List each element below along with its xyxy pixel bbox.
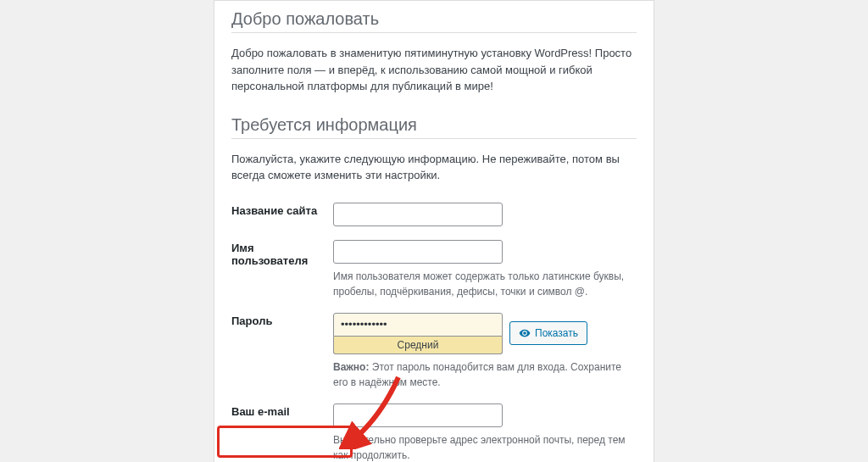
welcome-heading: Добро пожаловать — [231, 1, 637, 33]
info-intro: Пожалуйста, укажите следующую информацию… — [231, 151, 637, 184]
site-title-label: Название сайта — [231, 196, 333, 233]
username-input[interactable] — [333, 240, 503, 264]
form-table: Название сайта Имя пользователя Имя поль… — [231, 196, 637, 463]
site-title-input[interactable] — [333, 203, 503, 226]
email-hint: Внимательно проверьте адрес электронной … — [333, 432, 637, 462]
email-input[interactable] — [333, 404, 503, 427]
password-strength: Средний — [333, 337, 503, 354]
eye-icon — [519, 327, 531, 339]
username-label: Имя пользователя — [231, 233, 333, 306]
password-label: Пароль — [231, 306, 333, 397]
password-important-label: Важно: — [333, 361, 369, 373]
install-form-container: Добро пожаловать Добро пожаловать в знам… — [214, 0, 654, 462]
info-heading: Требуется информация — [231, 107, 637, 139]
email-label: Ваш e-mail — [231, 397, 333, 462]
username-hint: Имя пользователя может содержать только … — [333, 269, 637, 299]
show-password-button[interactable]: Показать — [509, 321, 587, 345]
password-important-hint: Важно: Этот пароль понадобится вам для в… — [333, 359, 637, 390]
password-input[interactable] — [333, 313, 503, 337]
welcome-intro: Добро пожаловать в знаменитую пятиминутн… — [231, 45, 637, 95]
show-password-label: Показать — [535, 327, 578, 339]
password-important-text: Этот пароль понадобится вам для входа. С… — [333, 361, 621, 388]
